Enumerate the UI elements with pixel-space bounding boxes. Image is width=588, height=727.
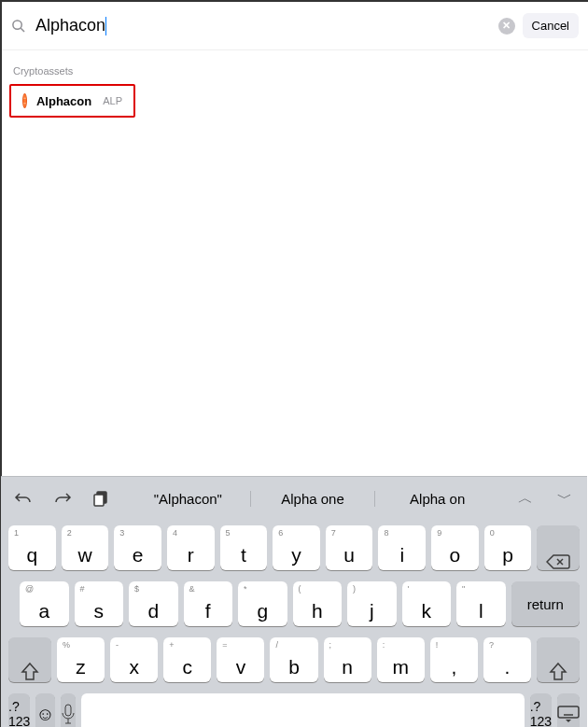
- key-s[interactable]: #s: [75, 581, 124, 626]
- key-,[interactable]: !,: [430, 637, 478, 682]
- key-k[interactable]: 'k: [402, 581, 452, 626]
- text-caret: [105, 17, 106, 35]
- collapse-up-icon[interactable]: ︿: [512, 489, 539, 509]
- shift-key-left[interactable]: [8, 637, 51, 682]
- key-a[interactable]: @a: [20, 581, 69, 626]
- clear-search-button[interactable]: ✕: [498, 18, 515, 35]
- key-j[interactable]: )j: [347, 581, 397, 626]
- shift-key-right[interactable]: [537, 637, 580, 682]
- key-e[interactable]: 3e: [114, 525, 161, 570]
- numeric-mode-key-right[interactable]: .?123: [530, 693, 552, 727]
- space-key[interactable]: [81, 693, 525, 727]
- hide-keyboard-key[interactable]: [557, 693, 580, 727]
- search-input[interactable]: Alphacon: [35, 16, 491, 35]
- key-p[interactable]: 0p: [484, 525, 532, 570]
- key-v[interactable]: =v: [217, 637, 264, 682]
- search-icon: [11, 19, 28, 33]
- key-o[interactable]: 9o: [431, 525, 479, 570]
- key-l[interactable]: "l: [456, 581, 506, 626]
- key-q[interactable]: 1q: [8, 525, 56, 570]
- key-r[interactable]: 4r: [167, 525, 215, 570]
- backspace-key[interactable]: [537, 525, 580, 570]
- key-m[interactable]: :m: [377, 637, 425, 682]
- keyboard-suggestions: "Alphacon" Alpha one Alpha on: [126, 477, 499, 520]
- key-u[interactable]: 7u: [326, 525, 373, 570]
- svg-rect-7: [558, 706, 579, 718]
- clipboard-icon[interactable]: [89, 490, 113, 507]
- key-x[interactable]: -x: [110, 637, 158, 682]
- search-value: Alphacon: [35, 16, 105, 35]
- key-t[interactable]: 5t: [220, 525, 268, 570]
- redo-icon[interactable]: [49, 491, 76, 506]
- search-bar: Alphacon ✕ Cancel: [2, 2, 588, 50]
- key-f[interactable]: &f: [184, 581, 233, 626]
- key-c[interactable]: +c: [163, 637, 211, 682]
- suggestion-3[interactable]: Alpha on: [374, 491, 499, 507]
- key-row-4: .?123 ☺ .?123: [1, 688, 587, 727]
- key-n[interactable]: ;n: [324, 637, 371, 682]
- cancel-button[interactable]: Cancel: [523, 13, 579, 38]
- key-i[interactable]: 8i: [378, 525, 426, 570]
- key-g[interactable]: *g: [238, 581, 287, 626]
- section-header-cryptoassets: Cryptoassets: [2, 50, 588, 84]
- key-b[interactable]: /b: [270, 637, 317, 682]
- key-row-1: 1q2w3e4r5t6y7u8i9o0p: [1, 520, 587, 576]
- emoji-key[interactable]: ☺: [35, 693, 54, 727]
- svg-rect-3: [94, 495, 104, 506]
- collapse-down-icon[interactable]: ﹀: [552, 489, 578, 509]
- undo-icon[interactable]: [10, 491, 36, 506]
- key-h[interactable]: (h: [293, 581, 343, 626]
- svg-line-1: [21, 28, 24, 32]
- suggestion-2[interactable]: Alpha one: [250, 491, 375, 507]
- key-w[interactable]: 2w: [62, 525, 109, 570]
- dictation-key[interactable]: [61, 693, 76, 727]
- svg-point-0: [13, 21, 21, 29]
- key-d[interactable]: $d: [129, 581, 178, 626]
- numeric-mode-key[interactable]: .?123: [8, 693, 30, 727]
- keyboard-toolbar: "Alphacon" Alpha one Alpha on ︿ ﹀: [1, 477, 587, 520]
- svg-rect-6: [65, 705, 71, 716]
- search-result-alphacon[interactable]: Alphacon ALP: [9, 84, 135, 118]
- key-row-3: %z-x+c=v/b;n:m!,?.: [1, 632, 587, 688]
- result-name: Alphacon: [36, 94, 91, 108]
- return-key[interactable]: return: [511, 581, 581, 626]
- on-screen-keyboard: "Alphacon" Alpha one Alpha on ︿ ﹀ 1q2w3e…: [1, 476, 587, 727]
- key-.[interactable]: ?.: [483, 637, 531, 682]
- suggestion-1[interactable]: "Alphacon": [126, 491, 250, 507]
- result-symbol: ALP: [103, 95, 122, 106]
- key-z[interactable]: %z: [57, 637, 105, 682]
- key-y[interactable]: 6y: [273, 525, 320, 570]
- key-row-2: @a#s$d&f*g(h)j'k"lreturn: [1, 576, 587, 632]
- alphacon-coin-icon: [22, 93, 27, 108]
